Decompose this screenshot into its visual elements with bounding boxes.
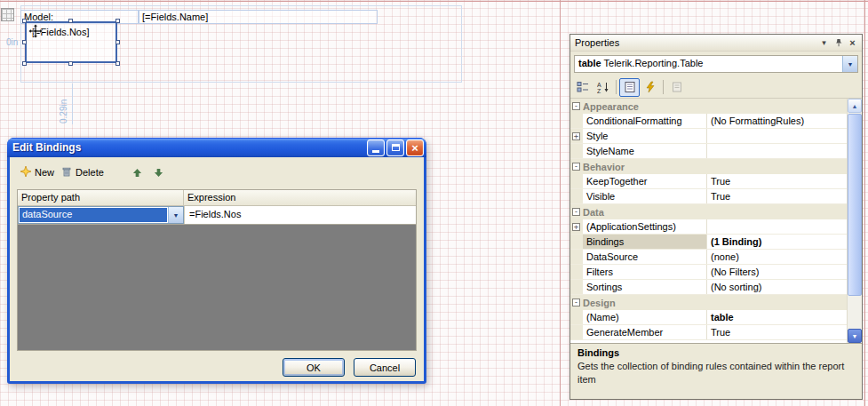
maximize-button[interactable] [386, 139, 404, 156]
expand-icon[interactable]: + [572, 132, 580, 140]
property-name[interactable]: Filters [583, 265, 707, 279]
property-value[interactable] [707, 150, 847, 152]
new-binding-button[interactable]: New [17, 164, 58, 180]
object-selector-combobox[interactable]: table Telerik.Reporting.Table ▼ [574, 55, 858, 73]
panel-close-button[interactable]: × [846, 36, 859, 49]
property-row[interactable]: GenerateMemberTrue [570, 325, 847, 340]
arrow-down-icon: ▼ [852, 333, 858, 339]
expand-icon[interactable]: + [572, 223, 580, 231]
resize-handle[interactable] [115, 40, 120, 44]
selected-textbox[interactable]: [=Fields.Nos] [25, 21, 117, 63]
scrollbar-thumb[interactable] [848, 114, 862, 296]
events-button[interactable] [640, 78, 660, 97]
auto-hide-pin-button[interactable] [832, 36, 845, 49]
property-row[interactable]: Bindings(1 Binding) [570, 235, 847, 250]
property-value[interactable]: (No sorting) [707, 281, 847, 293]
property-value[interactable]: (No Filters) [707, 266, 847, 278]
property-category-row[interactable]: -Appearance [570, 99, 847, 114]
cancel-button[interactable]: Cancel [354, 358, 416, 377]
property-name[interactable]: KeepTogether [583, 174, 707, 188]
property-value[interactable]: (none) [707, 251, 847, 263]
expression-cell[interactable]: =Fields.Nos [184, 206, 416, 224]
move-down-button[interactable] [152, 165, 166, 179]
collapse-icon[interactable]: - [572, 208, 580, 216]
property-row[interactable]: StyleName [570, 144, 847, 159]
property-row[interactable]: ConditionalFormatting(No FormattingRules… [570, 114, 847, 129]
scroll-up-button[interactable]: ▲ [848, 99, 862, 113]
property-name[interactable]: (Name) [583, 310, 707, 324]
row-gutter: + [570, 129, 583, 143]
property-row[interactable]: (Name)table [570, 310, 847, 325]
property-category-row[interactable]: -Design [570, 295, 847, 310]
trash-icon [61, 166, 72, 179]
property-row[interactable]: KeepTogetherTrue [570, 174, 847, 189]
property-row[interactable]: VisibleTrue [570, 189, 847, 204]
column-header-property-path[interactable]: Property path [18, 190, 184, 205]
categorized-button[interactable] [572, 78, 593, 97]
property-value[interactable]: True [707, 175, 847, 187]
object-selector-value: table Telerik.Reporting.Table [575, 56, 842, 72]
row-gutter [570, 280, 583, 294]
property-path-combobox[interactable]: dataSource ▼ [18, 206, 184, 224]
property-pages-icon [671, 81, 683, 93]
dialog-titlebar[interactable]: Edit Bindings × [7, 138, 426, 157]
property-row[interactable]: Sortings(No sorting) [570, 280, 847, 295]
minimize-button[interactable] [367, 139, 385, 156]
property-name[interactable]: Sortings [583, 280, 707, 294]
property-name[interactable]: Bindings [583, 235, 707, 249]
property-category-row[interactable]: -Behavior [570, 159, 847, 174]
resize-handle[interactable] [115, 19, 120, 23]
property-value[interactable] [707, 226, 847, 227]
table-move-handle-icon[interactable] [1, 8, 14, 21]
resize-handle[interactable] [115, 61, 120, 66]
property-name[interactable]: GenerateMember [583, 325, 707, 339]
property-name[interactable]: (ApplicationSettings) [583, 219, 707, 234]
resize-handle[interactable] [22, 40, 27, 44]
collapse-icon[interactable]: - [572, 102, 580, 110]
property-value[interactable]: (1 Binding) [707, 235, 847, 248]
properties-view-button[interactable] [619, 78, 640, 97]
ruler-origin-label: 0in [6, 37, 18, 47]
property-pages-button[interactable] [666, 78, 687, 97]
window-menu-button[interactable]: ▾ [817, 36, 831, 49]
property-name[interactable]: Style [583, 129, 707, 143]
resize-handle[interactable] [68, 19, 73, 23]
collapse-icon[interactable]: - [572, 299, 580, 306]
property-value[interactable]: table [707, 311, 847, 323]
resize-handle[interactable] [22, 19, 27, 23]
scroll-down-button[interactable]: ▼ [848, 329, 862, 343]
pin-icon [834, 38, 843, 47]
property-name[interactable]: ConditionalFormatting [583, 114, 707, 128]
property-value[interactable] [707, 135, 847, 137]
report-designer-canvas: Model: [=Fields.Name] [=Fields.Nos] 0in … [0, 0, 868, 406]
resize-handle[interactable] [68, 61, 73, 66]
property-row[interactable]: +Style [570, 129, 847, 144]
binding-row[interactable]: dataSource ▼ =Fields.Nos [18, 206, 416, 225]
property-value[interactable]: True [707, 190, 847, 203]
alphabetical-sort-button[interactable]: A Z [593, 78, 613, 97]
ok-button[interactable]: OK [283, 358, 345, 377]
property-grid: -AppearanceConditionalFormatting(No Form… [570, 98, 862, 343]
resize-handle[interactable] [22, 61, 27, 66]
vertical-scrollbar[interactable]: ▲ ▼ [847, 99, 862, 343]
property-name[interactable]: DataSource [583, 250, 707, 264]
property-value[interactable]: (No FormattingRules) [707, 115, 847, 127]
move-up-button[interactable] [131, 165, 145, 179]
property-name[interactable]: Visible [583, 189, 707, 203]
object-selector-dropdown-button[interactable]: ▼ [842, 56, 857, 72]
property-row[interactable]: +(ApplicationSettings) [570, 219, 847, 235]
row-gutter [570, 174, 583, 188]
close-button[interactable]: × [406, 139, 424, 156]
property-category-row[interactable]: -Data [570, 204, 847, 219]
property-row[interactable]: Filters(No Filters) [570, 265, 847, 280]
collapse-icon[interactable]: - [572, 163, 580, 171]
properties-panel-titlebar[interactable]: Properties ▾ × [570, 35, 862, 52]
row-gutter: + [570, 219, 583, 234]
column-header-expression[interactable]: Expression [184, 190, 416, 205]
property-row[interactable]: DataSource(none) [570, 250, 847, 265]
table-cell-name-expression[interactable]: [=Fields.Name] [139, 10, 378, 24]
delete-binding-button[interactable]: Delete [58, 164, 108, 180]
property-name[interactable]: StyleName [583, 144, 707, 158]
property-value[interactable]: True [707, 326, 847, 338]
combo-dropdown-button[interactable]: ▼ [168, 207, 183, 223]
